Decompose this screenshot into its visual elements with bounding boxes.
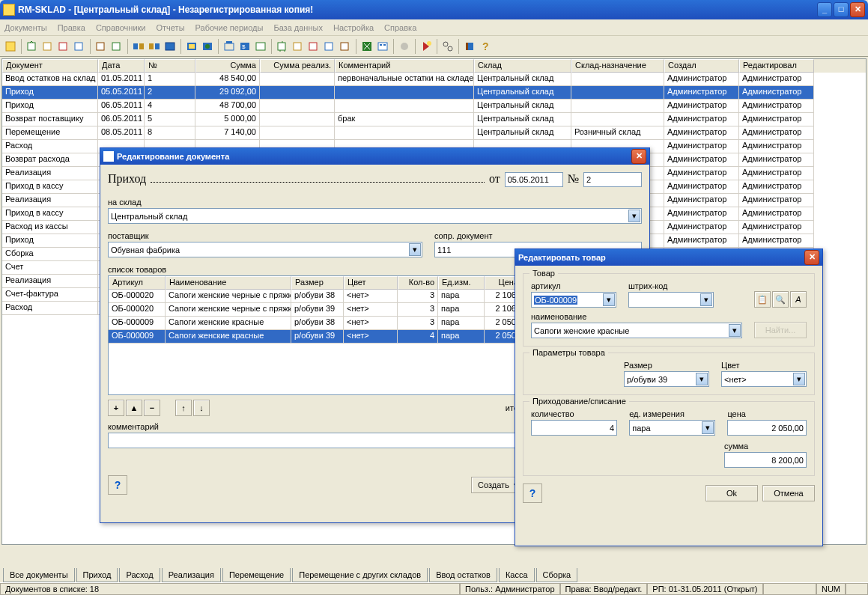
col-header[interactable]: Документ — [2, 59, 98, 73]
col-header[interactable]: № — [145, 59, 195, 73]
dialog-close-button[interactable]: ✕ — [631, 149, 646, 164]
toolbar-icon[interactable] — [200, 39, 215, 54]
col-header[interactable]: Наименование — [166, 276, 291, 290]
toolbar-icon[interactable] — [222, 39, 237, 54]
menu-directories[interactable]: Справочники — [96, 23, 146, 32]
toolbar-icon[interactable] — [72, 39, 87, 54]
col-header[interactable]: Кол-во — [398, 276, 438, 290]
toolbar-icon[interactable] — [25, 39, 40, 54]
menu-help[interactable]: Справка — [384, 23, 416, 32]
tab[interactable]: Перемещение с других складов — [292, 568, 428, 582]
name-combo[interactable]: Сапоги женские красные▾ — [531, 323, 742, 338]
toolbar-icon[interactable] — [3, 39, 18, 54]
main-toolbar: $ ? — [0, 36, 868, 57]
toolbar-icon[interactable] — [163, 39, 177, 54]
tab[interactable]: Ввод остатков — [429, 568, 497, 582]
col-header[interactable]: Редактировал — [739, 59, 814, 73]
number-input[interactable] — [583, 172, 642, 187]
toolbar-icon[interactable] — [291, 39, 306, 54]
toolbar-icon[interactable] — [359, 39, 374, 54]
size-combo[interactable]: р/обуви 39▾ — [624, 371, 709, 387]
move-down-button[interactable]: ↓ — [193, 400, 210, 416]
col-header[interactable]: Склад — [474, 59, 571, 73]
toolbar-icon[interactable] — [338, 39, 353, 54]
cancel-button[interactable]: Отмена — [762, 485, 815, 501]
move-up-button[interactable]: ↑ — [175, 400, 192, 416]
remove-item-button[interactable]: − — [144, 400, 160, 416]
qty-input[interactable] — [531, 420, 617, 436]
tab[interactable]: Реализация — [162, 568, 221, 582]
menu-periods[interactable]: Рабочие периоды — [195, 23, 264, 32]
article-combo[interactable]: ОБ-000009▾ — [531, 292, 616, 308]
maximize-button[interactable]: □ — [834, 2, 849, 17]
help-button[interactable]: ? — [523, 483, 542, 503]
font-icon-button[interactable]: A — [790, 291, 807, 308]
toolbar-icon[interactable] — [375, 39, 390, 54]
col-header[interactable]: Цвет — [344, 276, 398, 290]
table-row[interactable]: Приход06.05.2011448 700,00Центральный ск… — [2, 100, 866, 113]
toolbar-help-icon[interactable]: ? — [478, 39, 493, 54]
svg-rect-35 — [466, 43, 468, 50]
col-header[interactable]: Склад-назначение — [571, 59, 664, 73]
sum-input[interactable] — [724, 452, 807, 468]
menu-edit[interactable]: Правка — [58, 23, 85, 32]
toolbar-icon[interactable] — [419, 39, 434, 54]
tab[interactable]: Все документы — [3, 568, 75, 582]
toolbar-icon[interactable] — [56, 39, 71, 54]
edit-item-button[interactable]: ▲ — [126, 400, 142, 416]
col-header[interactable]: Комментарий — [335, 59, 474, 73]
tab[interactable]: Перемещение — [222, 568, 291, 582]
col-header[interactable]: Размер — [291, 276, 344, 290]
add-item-button[interactable]: + — [108, 400, 124, 416]
price-input[interactable] — [727, 420, 807, 436]
svg-rect-11 — [166, 43, 174, 50]
date-input[interactable] — [505, 172, 563, 187]
dialog-close-button[interactable]: ✕ — [804, 250, 819, 265]
menu-database[interactable]: База данных — [273, 23, 323, 32]
ok-button[interactable]: Ok — [705, 485, 758, 501]
barcode-combo[interactable]: ▾ — [628, 292, 714, 308]
menu-documents[interactable]: Документы — [4, 23, 47, 32]
toolbar-icon[interactable] — [397, 39, 412, 54]
col-header[interactable]: Создал — [664, 59, 739, 73]
minimize-button[interactable]: _ — [817, 2, 832, 17]
toolbar-icon[interactable]: $ — [237, 39, 252, 54]
col-header[interactable]: Ед.изм. — [438, 276, 485, 290]
search-icon-button[interactable]: 🔍 — [772, 291, 789, 308]
table-row[interactable]: Ввод остатков на склад01.05.2011148 540,… — [2, 73, 866, 86]
toolbar-icon[interactable] — [109, 39, 124, 54]
table-row[interactable]: Перемещение08.05.201187 140,00Центральны… — [2, 126, 866, 140]
tab[interactable]: Приход — [76, 568, 118, 582]
col-header[interactable]: Артикул — [109, 276, 166, 290]
toolbar-icon[interactable] — [322, 39, 337, 54]
find-button[interactable]: Найти... — [754, 322, 807, 338]
menu-settings[interactable]: Настройка — [333, 23, 374, 32]
toolbar-icon[interactable] — [131, 39, 146, 54]
tab[interactable]: Сборка — [536, 568, 578, 582]
toolbar-icon[interactable] — [94, 39, 109, 54]
color-combo[interactable]: <нет>▾ — [721, 371, 807, 387]
table-row[interactable]: Приход05.05.2011229 092,00Центральный ск… — [2, 86, 866, 100]
help-button[interactable]: ? — [108, 475, 127, 495]
col-header[interactable]: Сумма — [195, 59, 260, 73]
toolbar-icon[interactable] — [184, 39, 199, 54]
tab[interactable]: Расход — [119, 568, 160, 582]
close-button[interactable]: ✕ — [850, 2, 865, 17]
supplier-combo[interactable]: Обувная фабрика▾ — [108, 242, 422, 257]
col-header[interactable]: Сумма реализ. — [260, 59, 335, 73]
toolbar-settings-icon[interactable] — [440, 39, 455, 54]
table-row[interactable]: Возврат поставщику06.05.201155 000,00бра… — [2, 113, 866, 126]
paste-icon-button[interactable]: 📋 — [754, 291, 771, 308]
warehouse-combo[interactable]: Центральный склад▾ — [108, 208, 642, 224]
menu-reports[interactable]: Отчеты — [157, 23, 185, 32]
toolbar-book-icon[interactable] — [462, 39, 477, 54]
toolbar-icon[interactable] — [306, 39, 321, 54]
col-header[interactable]: Дата — [98, 59, 145, 73]
toolbar-icon[interactable] — [275, 39, 290, 54]
tab[interactable]: Касса — [499, 568, 535, 582]
svg-rect-16 — [225, 43, 234, 50]
toolbar-icon[interactable] — [147, 39, 162, 54]
toolbar-icon[interactable] — [253, 39, 268, 54]
toolbar-icon[interactable] — [40, 39, 55, 54]
unit-combo[interactable]: пара▾ — [629, 420, 715, 436]
